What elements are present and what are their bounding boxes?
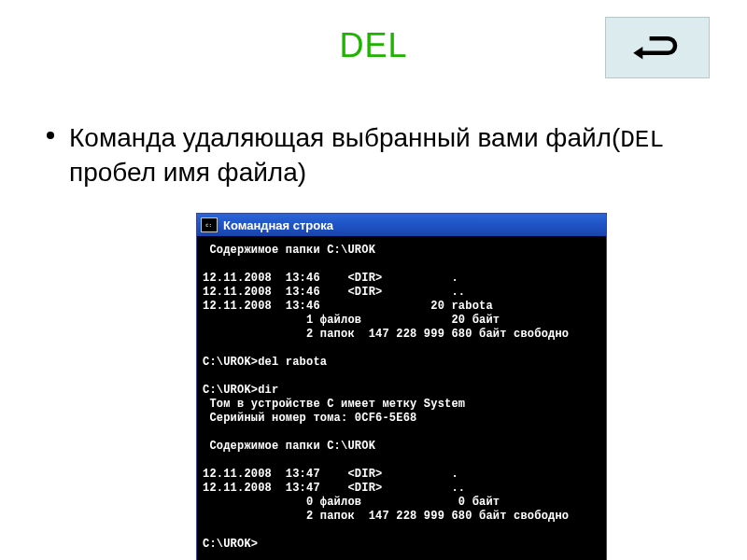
svg-text:c:: c: bbox=[205, 221, 212, 228]
bullet-text-mono: DEL bbox=[620, 126, 664, 154]
command-prompt-window: c: Командная строка Содержимое папки C:\… bbox=[196, 213, 607, 560]
bullet-dot-icon bbox=[47, 132, 54, 139]
window-titlebar: c: Командная строка bbox=[197, 214, 606, 236]
u-turn-back-icon bbox=[631, 30, 684, 65]
window-title: Командная строка bbox=[223, 218, 333, 232]
cmd-icon: c: bbox=[201, 217, 218, 232]
bullet-text-pre: Команда удаляющая выбранный вами файл( bbox=[69, 123, 620, 152]
bullet-text: Команда удаляющая выбранный вами файл(DE… bbox=[69, 121, 700, 189]
bullet-text-post: пробел имя файла) bbox=[69, 158, 306, 187]
slide: DEL Команда удаляющая выбранный вами фай… bbox=[0, 0, 747, 560]
back-button[interactable] bbox=[605, 17, 710, 78]
terminal-output: Содержимое папки C:\UROK 12.11.2008 13:4… bbox=[197, 236, 606, 560]
bullet-item: Команда удаляющая выбранный вами файл(DE… bbox=[47, 121, 700, 189]
